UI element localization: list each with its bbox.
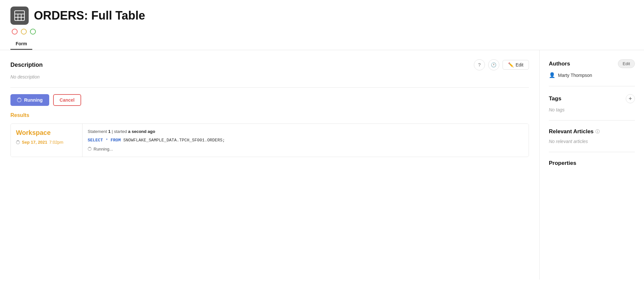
close-button[interactable]: [12, 29, 18, 35]
person-icon: 👤: [549, 72, 555, 78]
tags-add-button[interactable]: +: [626, 94, 635, 103]
maximize-button[interactable]: [30, 29, 36, 35]
history-button[interactable]: 🕐: [488, 59, 499, 70]
authors-section: Authors Edit 👤 Marty Thompson: [549, 59, 635, 86]
properties-section: Properties: [549, 160, 635, 178]
no-tags-text: No tags: [549, 107, 564, 112]
right-sidebar: Authors Edit 👤 Marty Thompson Tags + No …: [540, 50, 644, 280]
minimize-button[interactable]: [21, 29, 27, 35]
no-articles-text: No relevant articles: [549, 139, 588, 144]
action-row: Running Cancel: [10, 94, 529, 106]
info-icon: ⓘ: [595, 129, 600, 135]
divider-1: [10, 87, 529, 88]
sql-star: *: [106, 138, 111, 143]
authors-edit-button[interactable]: Edit: [618, 59, 635, 68]
app-header: ORDERS: Full Table Form: [0, 0, 644, 50]
author-row: 👤 Marty Thompson: [549, 72, 635, 78]
help-button[interactable]: ?: [474, 59, 485, 70]
title-row: ORDERS: Full Table: [10, 7, 634, 25]
results-label: Results: [10, 112, 529, 118]
app-icon: [10, 7, 29, 25]
authors-title: Authors: [549, 61, 570, 67]
help-icon: ?: [478, 62, 481, 67]
relevant-articles-section: Relevant Articles ⓘ No relevant articles: [549, 128, 635, 152]
tags-section: Tags + No tags: [549, 94, 635, 121]
author-name: Marty Thompson: [558, 73, 592, 78]
pencil-icon: ✏️: [508, 62, 514, 67]
workspace-side: Workspace Sep 17, 2021 7:02pm: [11, 124, 82, 157]
tab-row: Form: [10, 38, 634, 50]
page-title: ORDERS: Full Table: [34, 9, 145, 22]
query-side: Statement 1 | started a second ago SELEC…: [82, 124, 529, 157]
statement-header: Statement 1 | started a second ago: [88, 129, 523, 134]
workspace-date: Sep 17, 2021 7:02pm: [16, 140, 77, 145]
sql-select-keyword: SELECT: [88, 138, 103, 143]
relevant-articles-header: Relevant Articles ⓘ: [549, 128, 635, 135]
running-button[interactable]: Running: [10, 94, 49, 106]
description-edit-button[interactable]: ✏️ Edit: [503, 60, 529, 70]
no-description-text: No description: [10, 74, 529, 79]
cancel-button[interactable]: Cancel: [53, 94, 81, 106]
description-actions: ? 🕐 ✏️ Edit: [474, 59, 529, 70]
clock-icon: 🕐: [491, 62, 496, 67]
statement-started: | started a second ago: [112, 129, 155, 134]
results-panel: Workspace Sep 17, 2021 7:02pm Statement …: [10, 123, 529, 157]
tags-title: Tags: [549, 95, 561, 102]
properties-header: Properties: [549, 160, 635, 166]
relevant-articles-title: Relevant Articles: [549, 128, 593, 135]
tags-header: Tags +: [549, 94, 635, 103]
content-area: Description ? 🕐 ✏️ Edit No description R…: [0, 50, 540, 280]
properties-title: Properties: [549, 160, 576, 166]
tab-form[interactable]: Form: [10, 38, 32, 50]
relevant-articles-title-row: Relevant Articles ⓘ: [549, 128, 600, 135]
date-spinner: [16, 140, 20, 144]
workspace-label: Workspace: [16, 129, 77, 137]
sql-table-name: SNOWFLAKE_SAMPLE_DATA.TPCH_SF001.ORDERS;: [123, 138, 225, 143]
sql-code: SELECT * FROM SNOWFLAKE_SAMPLE_DATA.TPCH…: [88, 137, 523, 144]
running-text: Running...: [88, 147, 523, 151]
statement-number: 1: [108, 129, 110, 134]
description-title: Description: [10, 62, 43, 68]
running-spinner: [17, 98, 22, 102]
table-icon: [14, 10, 25, 22]
description-section-header: Description ? 🕐 ✏️ Edit: [10, 59, 529, 70]
sql-from-keyword: FROM: [110, 138, 121, 143]
main-layout: Description ? 🕐 ✏️ Edit No description R…: [0, 50, 644, 280]
statement-prefix: Statement: [88, 129, 107, 134]
authors-header: Authors Edit: [549, 59, 635, 68]
window-controls: [12, 29, 634, 35]
running-tiny-spinner: [88, 147, 92, 151]
svg-rect-0: [15, 11, 24, 21]
